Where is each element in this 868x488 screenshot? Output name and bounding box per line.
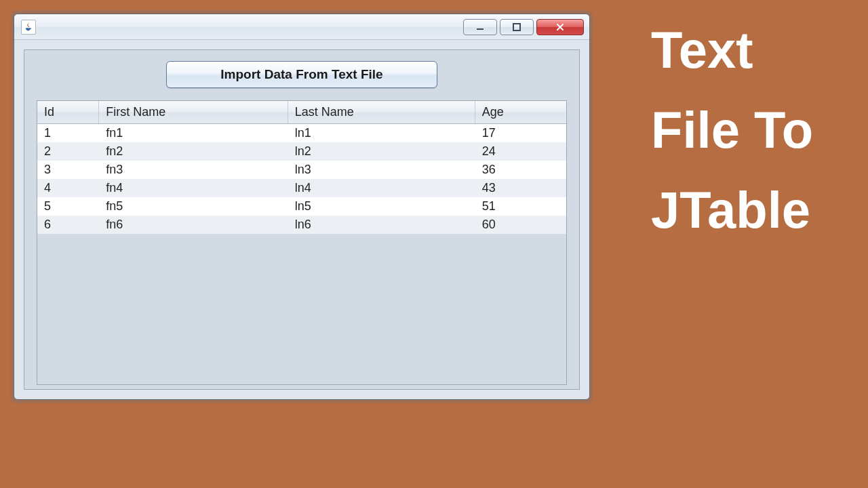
cell-last: ln1 [288,124,475,143]
svg-rect-0 [477,28,484,30]
col-header-last-name[interactable]: Last Name [288,101,475,124]
cell-last: ln6 [288,216,475,234]
table-row[interactable]: 6fn6ln660 [37,216,566,234]
table-row[interactable]: 3fn3ln336 [37,161,566,179]
cell-id: 6 [37,216,99,234]
side-caption-line: JTable [651,170,861,250]
cell-age: 60 [475,216,566,234]
window-body: Import Data From Text File Id First Name… [14,40,589,399]
app-window: Import Data From Text File Id First Name… [14,14,590,400]
table-row[interactable]: 4fn4ln443 [37,179,566,197]
table-header-row: Id First Name Last Name Age [37,101,566,124]
table-row[interactable]: 1fn1ln117 [37,124,566,143]
cell-age: 24 [475,142,566,161]
maximize-button[interactable] [500,19,534,35]
cell-last: ln3 [288,161,475,179]
side-caption: Text File To JTable [651,10,861,249]
data-table: Id First Name Last Name Age 1fn1ln1172fn… [37,101,566,234]
cell-age: 36 [475,161,566,179]
cell-age: 17 [475,124,566,143]
titlebar[interactable] [14,14,589,40]
side-caption-line: Text [651,10,861,90]
java-cup-icon [21,20,36,35]
cell-id: 1 [37,124,99,143]
cell-id: 4 [37,179,99,197]
col-header-age[interactable]: Age [475,101,566,124]
window-controls [463,19,584,35]
cell-first: fn2 [99,142,288,161]
cell-last: ln4 [288,179,475,197]
import-data-button-label: Import Data From Text File [220,67,382,82]
cell-last: ln5 [288,197,475,216]
table-row[interactable]: 2fn2ln224 [37,142,566,161]
svg-rect-1 [513,24,520,30]
cell-id: 2 [37,142,99,161]
cell-first: fn4 [99,179,288,197]
col-header-first-name[interactable]: First Name [99,101,288,124]
table-row[interactable]: 5fn5ln551 [37,197,566,216]
cell-id: 5 [37,197,99,216]
data-table-container: Id First Name Last Name Age 1fn1ln1172fn… [37,100,567,385]
cell-first: fn5 [99,197,288,216]
cell-last: ln2 [288,142,475,161]
side-caption-line: File To [651,90,861,170]
minimize-button[interactable] [463,19,497,35]
cell-id: 3 [37,161,99,179]
content-panel: Import Data From Text File Id First Name… [24,49,580,390]
cell-age: 51 [475,197,566,216]
import-data-button[interactable]: Import Data From Text File [166,61,437,88]
cell-first: fn1 [99,124,288,143]
col-header-id[interactable]: Id [37,101,99,124]
cell-age: 43 [475,179,566,197]
close-button[interactable] [536,19,584,35]
cell-first: fn3 [99,161,288,179]
cell-first: fn6 [99,216,288,234]
